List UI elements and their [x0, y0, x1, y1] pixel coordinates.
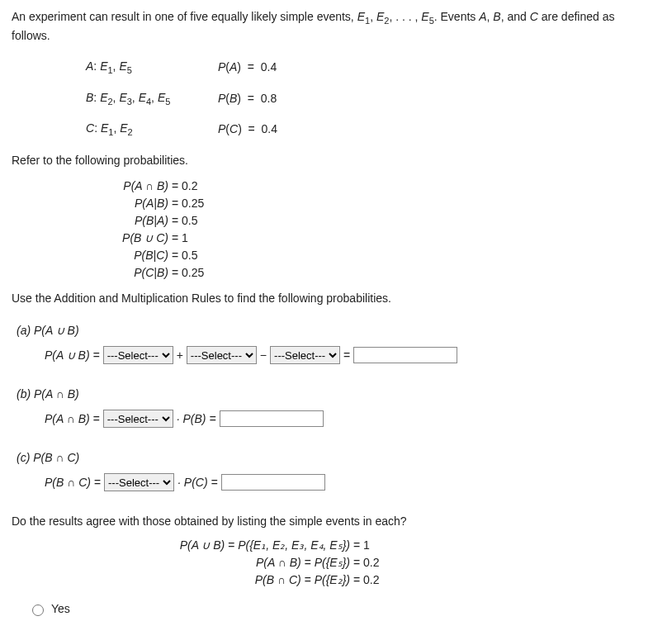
answer-a[interactable] [353, 347, 457, 363]
select-a-3[interactable]: ---Select--- [270, 346, 340, 364]
part-b-label: (b) P(A ∩ B) [17, 386, 660, 403]
part-a-label: (a) P(A ∪ B) [17, 322, 660, 339]
intro-text: An experiment can result in one of five … [12, 8, 660, 27]
def-B: B: E2, E3, E4, E5 P(B) = 0.8 [86, 89, 660, 108]
use-text: Use the Addition and Multiplication Rule… [12, 290, 660, 307]
ref-probs: P(A ∩ B)= 0.2 P(A|B)= 0.25 P(B|A)= 0.5 P… [86, 178, 660, 282]
def-C: C: E1, E2 P(C) = 0.4 [86, 120, 660, 139]
select-a-1[interactable]: ---Select--- [103, 346, 173, 364]
part-c-label: (c) P(B ∩ C) [17, 449, 660, 467]
select-b-1[interactable]: ---Select--- [103, 410, 173, 428]
answer-c[interactable] [221, 474, 325, 491]
refer-text: Refer to the following probabilities. [12, 152, 660, 169]
agree-question: Do the results agree with those obtained… [12, 513, 660, 530]
select-a-2[interactable]: ---Select--- [187, 346, 257, 364]
radio-yes-label[interactable]: Yes [28, 600, 660, 618]
agree-eqs: P(A ∪ B) = P({E₁, E₂, E₃, E₄, E₅})= 1 P(… [86, 537, 660, 589]
radio-yes[interactable] [32, 604, 44, 616]
part-b-eq: P(A ∩ B) = ---Select--- · P(B) = [45, 410, 660, 428]
agree-radio-group: Yes No [28, 600, 660, 621]
part-c-eq: P(B ∩ C) = ---Select--- · P(C) = [45, 473, 660, 491]
part-a-eq: P(A ∪ B) = ---Select--- + ---Select--- −… [45, 346, 660, 364]
select-c-1[interactable]: ---Select--- [104, 473, 174, 491]
intro-follows: follows. [12, 27, 660, 45]
answer-b[interactable] [220, 410, 324, 427]
def-A: A: E1, E5 P(A) = 0.4 [86, 58, 660, 77]
radio-yes-text: Yes [51, 600, 70, 618]
